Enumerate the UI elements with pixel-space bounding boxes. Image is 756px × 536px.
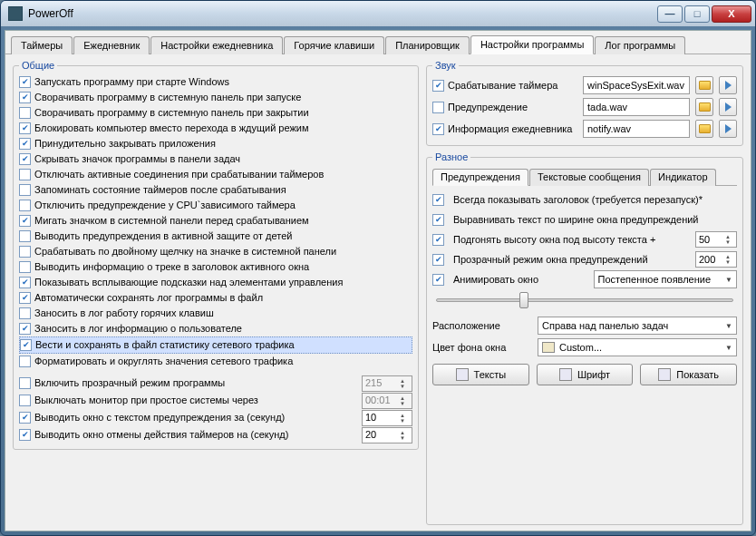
checkbox[interactable] — [19, 215, 31, 227]
checkbox[interactable] — [19, 169, 31, 180]
checkbox[interactable] — [19, 395, 31, 406]
general-option-1[interactable]: Сворачивать программу в системную панель… — [19, 90, 412, 105]
show-button[interactable]: Показать — [640, 364, 737, 385]
extra-option-3: Выводить окно отмены действия таймеров н… — [19, 426, 412, 443]
play-button[interactable] — [719, 76, 737, 94]
checkbox[interactable] — [432, 234, 444, 246]
general-option-10[interactable]: Выводить предупреждения в активной защит… — [19, 229, 412, 244]
checkbox[interactable] — [19, 292, 31, 304]
general-option-6[interactable]: Отключать активные соединения при срабат… — [19, 167, 412, 182]
bgcolor-label: Цвет фона окна — [432, 342, 530, 353]
option-label: Выравнивать текст по ширине окна предупр… — [453, 214, 737, 225]
checkbox[interactable] — [19, 138, 31, 150]
anim-combo[interactable]: Постепенное появление▼ — [594, 270, 738, 288]
checkbox[interactable] — [19, 76, 31, 88]
tab-2[interactable]: Настройки ежедневника — [150, 36, 283, 54]
checkbox[interactable] — [432, 102, 444, 113]
checkbox[interactable] — [19, 277, 31, 288]
general-option-17[interactable]: Вести и сохранять в файл статистику сете… — [19, 336, 412, 354]
browse-button[interactable] — [695, 120, 713, 138]
app-window: PowerOff — □ X ТаймерыЕжедневникНастройк… — [0, 0, 756, 536]
close-button[interactable]: X — [712, 5, 751, 23]
warn-option-4: Анимировать окноПостепенное появление▼ — [432, 269, 737, 289]
opacity-slider[interactable] — [436, 298, 733, 302]
tab-6[interactable]: Лог программы — [595, 36, 685, 54]
checkbox[interactable] — [19, 153, 31, 165]
checkbox[interactable] — [432, 123, 444, 135]
left-column: Общие Запускать программу при старте Win… — [13, 60, 419, 525]
checkbox[interactable] — [19, 184, 31, 196]
minimize-button[interactable]: — — [657, 5, 683, 23]
spin-input[interactable]: 10▲▼ — [362, 410, 412, 426]
tab-4[interactable]: Планировщик — [385, 36, 470, 54]
general-option-5[interactable]: Скрывать значок программы в панели задач — [19, 151, 412, 167]
general-option-2[interactable]: Сворачивать программу в системную панель… — [19, 105, 412, 121]
checkbox[interactable] — [19, 412, 31, 424]
checkbox[interactable] — [19, 246, 31, 258]
general-option-0[interactable]: Запускать программу при старте Windows — [19, 74, 412, 90]
general-option-9[interactable]: Мигать значком в системной панели перед … — [19, 213, 412, 229]
checkbox[interactable] — [19, 356, 31, 367]
option-label: Заносить в лог работу горячих клавиш — [34, 306, 214, 321]
checkbox[interactable] — [432, 80, 444, 92]
checkbox[interactable] — [19, 307, 31, 319]
tab-5[interactable]: Настройки программы — [470, 35, 594, 54]
checkbox[interactable] — [19, 323, 31, 335]
general-option-7[interactable]: Запоминать состояние таймеров после сраб… — [19, 182, 412, 198]
option-label: Срабатывать по двойному щелчку на значке… — [34, 244, 336, 259]
checkbox[interactable] — [432, 274, 444, 286]
checkbox[interactable] — [19, 230, 31, 242]
checkbox[interactable] — [19, 200, 31, 211]
bgcolor-combo[interactable]: Custom... ▼ — [538, 338, 737, 356]
play-button[interactable] — [719, 120, 737, 138]
checkbox[interactable] — [19, 261, 31, 273]
general-option-16[interactable]: Заносить в лог информацию о пользователе — [19, 321, 412, 336]
browse-button[interactable] — [695, 98, 713, 116]
general-option-13[interactable]: Показывать всплывающие подсказки над эле… — [19, 275, 412, 290]
general-option-14[interactable]: Автоматически сохранять лог программы в … — [19, 290, 412, 306]
slider-thumb[interactable] — [519, 292, 528, 308]
sound-file-input[interactable]: winSpaceSysExit.wav — [583, 76, 690, 94]
checkbox[interactable] — [432, 214, 444, 226]
general-option-11[interactable]: Срабатывать по двойному щелчку на значке… — [19, 244, 412, 259]
general-option-12[interactable]: Выводить информацию о треке в заголовок … — [19, 259, 412, 275]
checkbox[interactable] — [19, 429, 31, 441]
checkbox[interactable] — [19, 107, 31, 119]
position-combo[interactable]: Справа над панелью задач ▼ — [538, 317, 737, 335]
font-button[interactable]: Шрифт — [537, 364, 634, 385]
misc-tab-1[interactable]: Текстовые сообщения — [529, 169, 649, 186]
sound-file-input[interactable]: notify.wav — [583, 120, 690, 138]
play-button[interactable] — [719, 98, 737, 116]
checkbox[interactable] — [432, 254, 444, 266]
spin-input[interactable]: 200▲▼ — [695, 251, 737, 268]
option-label: Форматировать и округлять значения сетев… — [34, 354, 293, 369]
option-label: Включить прозрачный режим программы — [34, 375, 225, 391]
general-option-8[interactable]: Отключить предупреждение у CPU`зависимог… — [19, 198, 412, 213]
tab-0[interactable]: Таймеры — [11, 36, 73, 54]
checkbox[interactable] — [19, 122, 31, 134]
general-option-3[interactable]: Блокировать компьютер вместо перехода в … — [19, 121, 412, 136]
maximize-button[interactable]: □ — [684, 5, 710, 23]
sound-file-input[interactable]: tada.wav — [583, 98, 690, 116]
misc-tab-2[interactable]: Индикатор — [650, 169, 716, 186]
position-label: Расположение — [432, 320, 530, 331]
spin-input[interactable]: 50▲▼ — [695, 231, 737, 248]
chevron-down-icon: ▼ — [725, 322, 732, 330]
misc-tab-0[interactable]: Предупреждения — [432, 169, 528, 186]
tab-1[interactable]: Ежедневник — [73, 36, 150, 54]
main-tabs: ТаймерыЕжедневникНастройки ежедневникаГо… — [5, 31, 751, 54]
spin-input[interactable]: 20▲▼ — [362, 427, 412, 443]
option-label: Вести и сохранять в файл статистику сете… — [35, 337, 295, 353]
general-option-15[interactable]: Заносить в лог работу горячих клавиш — [19, 306, 412, 321]
checkbox[interactable] — [19, 377, 31, 389]
texts-button[interactable]: Тексты — [432, 364, 529, 385]
titlebar[interactable]: PowerOff — □ X — [1, 1, 755, 26]
checkbox[interactable] — [432, 194, 444, 206]
general-option-4[interactable]: Принудительно закрывать приложения — [19, 136, 412, 151]
browse-button[interactable] — [695, 76, 713, 94]
general-option-18[interactable]: Форматировать и округлять значения сетев… — [19, 354, 412, 369]
option-label: Выводить информацию о треке в заголовок … — [34, 259, 309, 275]
checkbox[interactable] — [19, 92, 31, 103]
checkbox[interactable] — [20, 339, 32, 351]
tab-3[interactable]: Горячие клавиши — [284, 36, 384, 54]
